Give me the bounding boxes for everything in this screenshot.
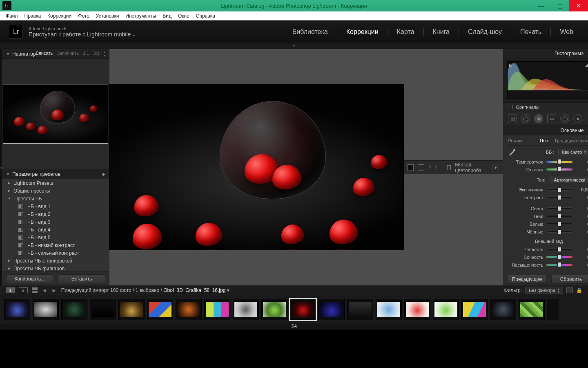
filter-lock-icon[interactable]: 🔒 (576, 287, 582, 293)
preset-item[interactable]: ЧБ - вид 3 (2, 218, 109, 226)
filmstrip-thumb[interactable] (204, 299, 230, 320)
crop-tool-icon[interactable]: ▦ (508, 114, 517, 123)
spot-tool-icon[interactable]: ◯ (521, 114, 530, 123)
wb-dropdown[interactable]: Как снято▴▾ (558, 149, 588, 155)
filmstrip-thumb[interactable] (404, 299, 430, 320)
redeye-tool-icon[interactable]: ◉ (534, 114, 543, 123)
softproof-checkbox[interactable] (447, 165, 451, 170)
preset-item[interactable]: ЧБ - низкий контраст (2, 241, 109, 249)
filmstrip-thumb[interactable] (290, 299, 316, 320)
preset-item[interactable]: ЧБ - вид 4 (2, 226, 109, 233)
treatment-bw[interactable]: Градации серого (555, 138, 588, 143)
treatment-color[interactable]: Цвет (540, 138, 550, 143)
preset-item[interactable]: ЧБ - вид 1 (2, 202, 109, 210)
nav-fit[interactable]: Вписать (36, 51, 53, 57)
filter-switch[interactable] (566, 287, 573, 293)
filmstrip-thumb[interactable] (176, 299, 202, 320)
slider-contrast[interactable]: Контраст0 (508, 193, 588, 201)
tab-book[interactable]: Книга (427, 27, 455, 37)
slider-exposure[interactable]: Экспозиция0,00 (508, 186, 588, 193)
tab-print[interactable]: Печать (514, 27, 547, 37)
preset-group[interactable]: ▶Пресеты ЧБ с тонировкой (2, 257, 109, 265)
paste-button[interactable]: Вставить (58, 274, 105, 283)
grad-tool-icon[interactable]: ▭ (547, 114, 556, 123)
originals-row[interactable]: Оригиналы (503, 102, 588, 112)
filmstrip-thumb[interactable] (33, 299, 59, 320)
nav-3to1[interactable]: 3:1 (93, 51, 99, 57)
menu-view[interactable]: Вид (159, 12, 175, 20)
filmstrip-thumb[interactable] (519, 299, 545, 320)
menu-develop[interactable]: Коррекции (44, 12, 75, 20)
menu-help[interactable]: Справка (193, 12, 218, 20)
mobile-link[interactable]: Приступая к работе с Lightroom mobile▸ (29, 31, 135, 38)
slider-saturation[interactable]: Насыщенность0 (508, 261, 588, 269)
filmstrip-thumb[interactable] (433, 299, 459, 320)
filmstrip-thumb[interactable] (490, 299, 516, 320)
preset-item[interactable]: ЧБ - вид 2 (2, 210, 109, 218)
screen-2[interactable]: 2 (19, 287, 28, 293)
grid-icon[interactable] (32, 287, 38, 293)
nav-fwd-icon[interactable]: ► (51, 287, 57, 294)
nav-1to1[interactable]: 1:1 (83, 51, 89, 57)
slider-whites[interactable]: Белые0 (508, 220, 588, 228)
radial-tool-icon[interactable]: ◯ (560, 114, 569, 123)
filmstrip-thumb[interactable] (147, 299, 173, 320)
tab-slideshow[interactable]: Слайд-шоу (462, 27, 508, 37)
filmstrip-thumb[interactable] (461, 299, 488, 320)
slider-blacks[interactable]: Чёрные0 (508, 228, 588, 236)
filmstrip-thumb[interactable] (318, 299, 345, 320)
originals-checkbox[interactable] (508, 105, 512, 109)
basic-header[interactable]: Основные▼ (503, 126, 588, 135)
toolbar-dropdown-icon[interactable]: ▼ (492, 164, 499, 171)
menu-tools[interactable]: Инструменты (122, 12, 159, 20)
tab-develop[interactable]: Коррекции (341, 27, 384, 37)
add-preset-icon[interactable]: + (102, 171, 105, 177)
menu-photo[interactable]: Фото (75, 12, 93, 20)
histogram[interactable]: ◣ ◢ (503, 58, 588, 102)
slider-highlights[interactable]: Света0 (508, 204, 588, 212)
copy-button[interactable]: Копировать... (6, 274, 53, 283)
brush-tool-icon[interactable]: ● (573, 114, 582, 123)
reset-button[interactable]: Сбросить (551, 275, 588, 284)
filmstrip-thumb[interactable] (376, 299, 402, 320)
filmstrip-thumb[interactable] (233, 299, 259, 320)
tab-map[interactable]: Карта (391, 27, 420, 37)
screen-1[interactable]: 1 (6, 287, 15, 293)
preset-item[interactable]: ЧБ - сильный контраст (2, 249, 109, 257)
filmstrip[interactable] (0, 295, 588, 324)
filmstrip-thumb[interactable] (4, 299, 30, 320)
filmstrip-thumb[interactable] (347, 299, 373, 320)
tab-library[interactable]: Библиотека (287, 27, 334, 37)
nav-back-icon[interactable]: ◄ (42, 287, 47, 294)
filmstrip-thumb[interactable] (61, 299, 87, 320)
auto-tone-button[interactable]: Автоматически (550, 177, 588, 183)
loupe-view-icon[interactable] (408, 164, 414, 171)
before-after-icon[interactable]: Y|Y (428, 165, 439, 171)
top-collapse-strip[interactable] (0, 43, 588, 49)
nav-zoom-updown-icon[interactable]: ▴▾ (104, 51, 105, 57)
navigator-header[interactable]: ▼ Навигатор Вписать Заполнить 1:1 3:1 ▴▾ (2, 49, 109, 59)
breadcrumb[interactable]: Предыдущий импорт 100 фото / 1 выбрано /… (61, 287, 229, 293)
menu-file[interactable]: Файл (2, 12, 21, 20)
menu-window[interactable]: Окно (175, 12, 193, 20)
preset-group[interactable]: ▼Пресеты ЧБ (2, 195, 109, 202)
menu-edit[interactable]: Правка (21, 12, 45, 20)
slider-shadows[interactable]: Тени0 (508, 212, 588, 220)
slider-vibrance[interactable]: Сочность0 (508, 253, 588, 261)
navigator-preview[interactable] (2, 59, 109, 169)
preview-image[interactable] (109, 85, 403, 250)
bottom-collapse-strip[interactable]: SA (0, 324, 588, 330)
wb-picker-icon[interactable] (508, 148, 516, 156)
filter-dropdown[interactable]: Без фильтра▴▾ (525, 287, 563, 294)
slider-tint[interactable]: Оттенок0 (508, 166, 588, 173)
filmstrip-thumb[interactable] (90, 299, 116, 320)
histogram-header[interactable]: Гистограмма▼ (503, 49, 588, 58)
loupe-view-alt-icon[interactable] (418, 164, 424, 171)
preset-group[interactable]: ▶Общие пресеты (2, 187, 109, 195)
presets-header[interactable]: ▼ Параметры пресетов + (2, 169, 109, 179)
slider-clarity[interactable]: Чёткость0 (508, 245, 588, 253)
preset-group[interactable]: ▶Lightroom Presets (2, 179, 109, 187)
tab-web[interactable]: Web (554, 27, 579, 37)
preset-item[interactable]: ЧБ - вид 5 (2, 233, 109, 241)
preset-group[interactable]: ▶Пресеты ЧБ фильтров (2, 265, 109, 272)
